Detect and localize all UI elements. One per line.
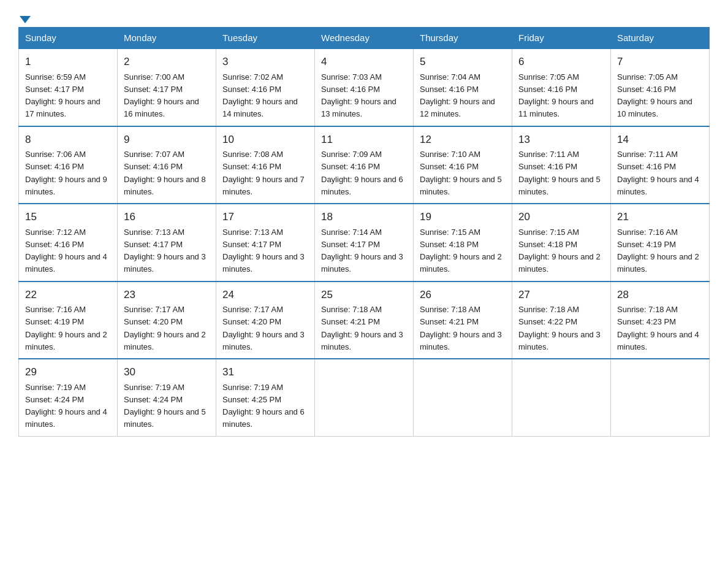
day-info: Sunrise: 7:08 AMSunset: 4:16 PMDaylight:… [222,150,305,196]
day-number: 30 [124,364,210,380]
day-number: 15 [25,209,111,225]
day-number: 17 [222,209,308,225]
day-number: 24 [222,287,308,303]
day-info: Sunrise: 7:19 AMSunset: 4:24 PMDaylight:… [124,383,206,429]
day-number: 12 [420,132,506,148]
day-info: Sunrise: 7:11 AMSunset: 4:16 PMDaylight:… [617,150,699,196]
day-number: 21 [617,209,703,225]
calendar-header-wednesday: Wednesday [315,28,414,49]
calendar-cell: 15 Sunrise: 7:12 AMSunset: 4:16 PMDaylig… [19,204,118,282]
calendar-week-row: 8 Sunrise: 7:06 AMSunset: 4:16 PMDayligh… [19,126,710,204]
day-number: 11 [321,132,407,148]
logo [18,12,31,21]
calendar-cell: 8 Sunrise: 7:06 AMSunset: 4:16 PMDayligh… [19,126,118,204]
day-info: Sunrise: 7:19 AMSunset: 4:25 PMDaylight:… [222,383,305,429]
day-number: 27 [518,287,604,303]
day-info: Sunrise: 7:16 AMSunset: 4:19 PMDaylight:… [25,305,107,351]
day-info: Sunrise: 7:03 AMSunset: 4:16 PMDaylight:… [321,72,396,119]
calendar-cell: 25 Sunrise: 7:18 AMSunset: 4:21 PMDaylig… [315,282,414,359]
calendar-cell: 26 Sunrise: 7:18 AMSunset: 4:21 PMDaylig… [414,282,512,359]
day-info: Sunrise: 7:11 AMSunset: 4:16 PMDaylight:… [518,150,601,196]
calendar-cell: 4 Sunrise: 7:03 AMSunset: 4:16 PMDayligh… [315,48,414,126]
calendar-cell: 10 Sunrise: 7:08 AMSunset: 4:16 PMDaylig… [216,126,315,204]
calendar-cell: 24 Sunrise: 7:17 AMSunset: 4:20 PMDaylig… [216,282,315,359]
calendar-header-saturday: Saturday [611,28,710,49]
day-number: 3 [222,54,308,70]
day-number: 29 [25,364,111,380]
day-info: Sunrise: 7:02 AMSunset: 4:16 PMDaylight:… [222,72,298,119]
day-info: Sunrise: 7:16 AMSunset: 4:19 PMDaylight:… [617,228,699,274]
day-info: Sunrise: 7:17 AMSunset: 4:20 PMDaylight:… [222,305,305,351]
day-info: Sunrise: 7:12 AMSunset: 4:16 PMDaylight:… [25,228,107,274]
calendar-cell: 18 Sunrise: 7:14 AMSunset: 4:17 PMDaylig… [315,204,414,282]
day-number: 26 [420,287,506,303]
calendar-header-thursday: Thursday [414,28,512,49]
day-info: Sunrise: 7:18 AMSunset: 4:21 PMDaylight:… [321,305,403,351]
day-info: Sunrise: 7:05 AMSunset: 4:16 PMDaylight:… [518,72,594,119]
calendar-cell: 28 Sunrise: 7:18 AMSunset: 4:23 PMDaylig… [611,282,710,359]
day-number: 20 [518,209,604,225]
calendar-cell: 20 Sunrise: 7:15 AMSunset: 4:18 PMDaylig… [512,204,611,282]
calendar-cell: 5 Sunrise: 7:04 AMSunset: 4:16 PMDayligh… [414,48,512,126]
day-info: Sunrise: 7:09 AMSunset: 4:16 PMDaylight:… [321,150,403,196]
day-number: 28 [617,287,703,303]
day-info: Sunrise: 7:13 AMSunset: 4:17 PMDaylight:… [124,228,206,274]
day-info: Sunrise: 7:18 AMSunset: 4:23 PMDaylight:… [617,305,699,351]
day-info: Sunrise: 7:13 AMSunset: 4:17 PMDaylight:… [222,228,305,274]
calendar-header-sunday: Sunday [19,28,118,49]
day-number: 9 [124,132,210,148]
calendar-cell [315,359,414,436]
calendar-cell: 14 Sunrise: 7:11 AMSunset: 4:16 PMDaylig… [611,126,710,204]
calendar-cell: 12 Sunrise: 7:10 AMSunset: 4:16 PMDaylig… [414,126,512,204]
calendar-cell: 30 Sunrise: 7:19 AMSunset: 4:24 PMDaylig… [118,359,216,436]
calendar-cell [414,359,512,436]
day-info: Sunrise: 7:18 AMSunset: 4:22 PMDaylight:… [518,305,601,351]
calendar-cell: 9 Sunrise: 7:07 AMSunset: 4:16 PMDayligh… [118,126,216,204]
calendar-cell: 29 Sunrise: 7:19 AMSunset: 4:24 PMDaylig… [19,359,118,436]
day-number: 31 [222,364,308,380]
day-number: 2 [124,54,210,70]
day-number: 4 [321,54,407,70]
day-number: 19 [420,209,506,225]
day-number: 18 [321,209,407,225]
logo-arrow-icon [20,16,31,23]
calendar-table: SundayMondayTuesdayWednesdayThursdayFrid… [18,27,710,437]
day-number: 7 [617,54,703,70]
calendar-cell: 16 Sunrise: 7:13 AMSunset: 4:17 PMDaylig… [118,204,216,282]
calendar-cell: 3 Sunrise: 7:02 AMSunset: 4:16 PMDayligh… [216,48,315,126]
calendar-cell: 6 Sunrise: 7:05 AMSunset: 4:16 PMDayligh… [512,48,611,126]
day-info: Sunrise: 7:17 AMSunset: 4:20 PMDaylight:… [124,305,206,351]
calendar-week-row: 22 Sunrise: 7:16 AMSunset: 4:19 PMDaylig… [19,282,710,359]
day-info: Sunrise: 7:00 AMSunset: 4:17 PMDaylight:… [124,72,199,119]
day-number: 13 [518,132,604,148]
day-info: Sunrise: 7:19 AMSunset: 4:24 PMDaylight:… [25,383,107,429]
day-info: Sunrise: 7:04 AMSunset: 4:16 PMDaylight:… [420,72,495,119]
day-info: Sunrise: 7:07 AMSunset: 4:16 PMDaylight:… [124,150,206,196]
calendar-cell: 2 Sunrise: 7:00 AMSunset: 4:17 PMDayligh… [118,48,216,126]
day-info: Sunrise: 7:06 AMSunset: 4:16 PMDaylight:… [25,150,107,196]
calendar-cell: 31 Sunrise: 7:19 AMSunset: 4:25 PMDaylig… [216,359,315,436]
calendar-week-row: 15 Sunrise: 7:12 AMSunset: 4:16 PMDaylig… [19,204,710,282]
day-info: Sunrise: 7:18 AMSunset: 4:21 PMDaylight:… [420,305,502,351]
calendar-cell: 21 Sunrise: 7:16 AMSunset: 4:19 PMDaylig… [611,204,710,282]
calendar-cell: 7 Sunrise: 7:05 AMSunset: 4:16 PMDayligh… [611,48,710,126]
calendar-cell: 1 Sunrise: 6:59 AMSunset: 4:17 PMDayligh… [19,48,118,126]
calendar-header-row: SundayMondayTuesdayWednesdayThursdayFrid… [19,28,710,49]
calendar-header-friday: Friday [512,28,611,49]
day-info: Sunrise: 7:15 AMSunset: 4:18 PMDaylight:… [420,228,502,274]
calendar-cell: 19 Sunrise: 7:15 AMSunset: 4:18 PMDaylig… [414,204,512,282]
calendar-cell: 17 Sunrise: 7:13 AMSunset: 4:17 PMDaylig… [216,204,315,282]
day-number: 5 [420,54,506,70]
calendar-cell: 23 Sunrise: 7:17 AMSunset: 4:20 PMDaylig… [118,282,216,359]
calendar-header-tuesday: Tuesday [216,28,315,49]
calendar-week-row: 1 Sunrise: 6:59 AMSunset: 4:17 PMDayligh… [19,48,710,126]
day-info: Sunrise: 7:14 AMSunset: 4:17 PMDaylight:… [321,228,403,274]
calendar-cell: 27 Sunrise: 7:18 AMSunset: 4:22 PMDaylig… [512,282,611,359]
day-number: 1 [25,54,111,70]
calendar-cell [512,359,611,436]
calendar-header-monday: Monday [118,28,216,49]
day-number: 22 [25,287,111,303]
day-number: 16 [124,209,210,225]
calendar-cell: 22 Sunrise: 7:16 AMSunset: 4:19 PMDaylig… [19,282,118,359]
day-number: 14 [617,132,703,148]
